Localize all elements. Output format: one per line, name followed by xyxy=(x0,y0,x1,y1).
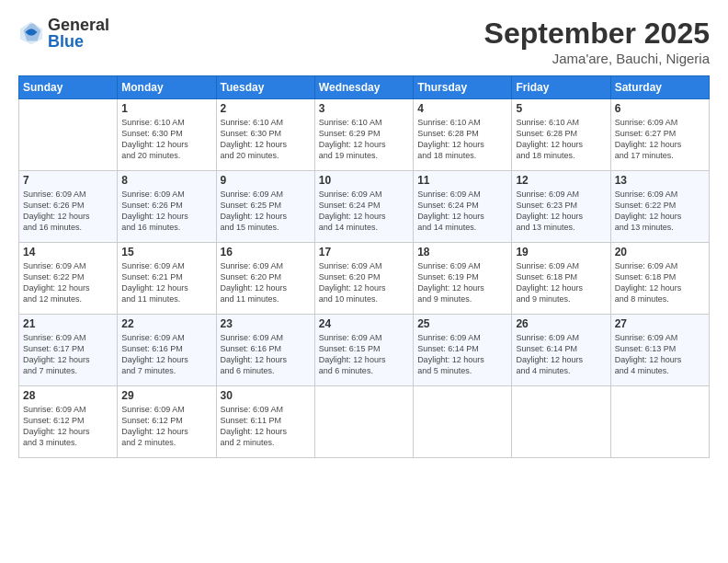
day-number: 29 xyxy=(121,389,211,402)
day-number: 18 xyxy=(417,246,507,259)
day-number: 7 xyxy=(23,174,113,187)
day-number: 14 xyxy=(23,246,113,259)
day-cell: 11Sunrise: 6:09 AM Sunset: 6:24 PM Dayli… xyxy=(414,171,512,243)
day-info: Sunrise: 6:09 AM Sunset: 6:17 PM Dayligh… xyxy=(23,332,113,377)
day-cell: 29Sunrise: 6:09 AM Sunset: 6:12 PM Dayli… xyxy=(118,386,216,458)
day-number: 15 xyxy=(121,246,211,259)
day-number: 8 xyxy=(121,174,211,187)
day-cell: 15Sunrise: 6:09 AM Sunset: 6:21 PM Dayli… xyxy=(118,243,216,315)
day-cell: 5Sunrise: 6:10 AM Sunset: 6:28 PM Daylig… xyxy=(512,99,610,171)
day-number: 2 xyxy=(221,102,311,115)
day-info: Sunrise: 6:09 AM Sunset: 6:18 PM Dayligh… xyxy=(615,260,705,305)
logo-general: General xyxy=(48,17,109,33)
col-header-tuesday: Tuesday xyxy=(216,76,314,99)
day-number: 23 xyxy=(221,317,311,330)
day-number: 13 xyxy=(615,174,705,187)
day-number: 25 xyxy=(417,317,507,330)
day-info: Sunrise: 6:09 AM Sunset: 6:21 PM Dayligh… xyxy=(121,260,211,305)
subtitle: Jama'are, Bauchi, Nigeria xyxy=(484,51,710,66)
day-cell: 10Sunrise: 6:09 AM Sunset: 6:24 PM Dayli… xyxy=(314,171,413,243)
day-cell: 4Sunrise: 6:10 AM Sunset: 6:28 PM Daylig… xyxy=(414,99,512,171)
day-info: Sunrise: 6:09 AM Sunset: 6:22 PM Dayligh… xyxy=(615,189,705,234)
logo-text: General Blue xyxy=(48,17,109,50)
day-number: 10 xyxy=(319,174,409,187)
day-cell: 23Sunrise: 6:09 AM Sunset: 6:16 PM Dayli… xyxy=(216,315,314,386)
day-info: Sunrise: 6:09 AM Sunset: 6:16 PM Dayligh… xyxy=(121,332,211,377)
day-number: 28 xyxy=(23,389,113,402)
day-cell: 3Sunrise: 6:10 AM Sunset: 6:29 PM Daylig… xyxy=(314,99,413,171)
day-info: Sunrise: 6:09 AM Sunset: 6:27 PM Dayligh… xyxy=(615,117,705,162)
day-number: 5 xyxy=(516,102,606,115)
day-number: 1 xyxy=(121,102,211,115)
day-info: Sunrise: 6:09 AM Sunset: 6:25 PM Dayligh… xyxy=(221,189,311,234)
day-cell xyxy=(512,386,610,458)
day-info: Sunrise: 6:09 AM Sunset: 6:23 PM Dayligh… xyxy=(516,189,606,234)
day-info: Sunrise: 6:09 AM Sunset: 6:12 PM Dayligh… xyxy=(121,404,211,449)
day-cell: 24Sunrise: 6:09 AM Sunset: 6:15 PM Dayli… xyxy=(314,315,413,386)
day-info: Sunrise: 6:09 AM Sunset: 6:14 PM Dayligh… xyxy=(417,332,507,377)
day-number: 4 xyxy=(417,102,507,115)
day-number: 20 xyxy=(615,246,705,259)
col-header-thursday: Thursday xyxy=(414,76,512,99)
day-number: 17 xyxy=(319,246,409,259)
day-cell xyxy=(610,386,709,458)
day-info: Sunrise: 6:10 AM Sunset: 6:30 PM Dayligh… xyxy=(121,117,211,162)
day-info: Sunrise: 6:09 AM Sunset: 6:15 PM Dayligh… xyxy=(319,332,409,377)
title-block: September 2025 Jama'are, Bauchi, Nigeria xyxy=(484,17,710,66)
day-cell: 30Sunrise: 6:09 AM Sunset: 6:11 PM Dayli… xyxy=(216,386,314,458)
day-number: 27 xyxy=(615,317,705,330)
month-title: September 2025 xyxy=(484,17,710,51)
logo-icon xyxy=(18,20,44,46)
day-info: Sunrise: 6:09 AM Sunset: 6:18 PM Dayligh… xyxy=(516,260,606,305)
day-info: Sunrise: 6:09 AM Sunset: 6:24 PM Dayligh… xyxy=(319,189,409,234)
header: General Blue September 2025 Jama'are, Ba… xyxy=(18,17,710,66)
day-cell: 22Sunrise: 6:09 AM Sunset: 6:16 PM Dayli… xyxy=(118,315,216,386)
day-cell: 6Sunrise: 6:09 AM Sunset: 6:27 PM Daylig… xyxy=(610,99,709,171)
week-row-1: 1Sunrise: 6:10 AM Sunset: 6:30 PM Daylig… xyxy=(19,99,710,171)
day-info: Sunrise: 6:09 AM Sunset: 6:14 PM Dayligh… xyxy=(516,332,606,377)
day-cell: 21Sunrise: 6:09 AM Sunset: 6:17 PM Dayli… xyxy=(19,315,118,386)
day-cell: 13Sunrise: 6:09 AM Sunset: 6:22 PM Dayli… xyxy=(610,171,709,243)
day-number: 19 xyxy=(516,246,606,259)
day-info: Sunrise: 6:10 AM Sunset: 6:28 PM Dayligh… xyxy=(417,117,507,162)
day-cell: 14Sunrise: 6:09 AM Sunset: 6:22 PM Dayli… xyxy=(19,243,118,315)
day-info: Sunrise: 6:09 AM Sunset: 6:22 PM Dayligh… xyxy=(23,260,113,305)
col-header-monday: Monday xyxy=(118,76,216,99)
week-row-4: 21Sunrise: 6:09 AM Sunset: 6:17 PM Dayli… xyxy=(19,315,710,386)
day-info: Sunrise: 6:09 AM Sunset: 6:19 PM Dayligh… xyxy=(417,260,507,305)
day-number: 9 xyxy=(221,174,311,187)
day-cell: 26Sunrise: 6:09 AM Sunset: 6:14 PM Dayli… xyxy=(512,315,610,386)
day-number: 12 xyxy=(516,174,606,187)
day-cell: 17Sunrise: 6:09 AM Sunset: 6:20 PM Dayli… xyxy=(314,243,413,315)
day-cell: 9Sunrise: 6:09 AM Sunset: 6:25 PM Daylig… xyxy=(216,171,314,243)
calendar: SundayMondayTuesdayWednesdayThursdayFrid… xyxy=(18,75,710,458)
day-number: 3 xyxy=(319,102,409,115)
week-row-3: 14Sunrise: 6:09 AM Sunset: 6:22 PM Dayli… xyxy=(19,243,710,315)
day-cell: 2Sunrise: 6:10 AM Sunset: 6:30 PM Daylig… xyxy=(216,99,314,171)
day-info: Sunrise: 6:09 AM Sunset: 6:26 PM Dayligh… xyxy=(23,189,113,234)
week-row-2: 7Sunrise: 6:09 AM Sunset: 6:26 PM Daylig… xyxy=(19,171,710,243)
day-cell: 19Sunrise: 6:09 AM Sunset: 6:18 PM Dayli… xyxy=(512,243,610,315)
day-number: 22 xyxy=(121,317,211,330)
logo: General Blue xyxy=(18,17,109,50)
day-info: Sunrise: 6:09 AM Sunset: 6:20 PM Dayligh… xyxy=(221,260,311,305)
day-info: Sunrise: 6:09 AM Sunset: 6:13 PM Dayligh… xyxy=(615,332,705,377)
day-info: Sunrise: 6:09 AM Sunset: 6:16 PM Dayligh… xyxy=(221,332,311,377)
day-cell xyxy=(414,386,512,458)
week-row-5: 28Sunrise: 6:09 AM Sunset: 6:12 PM Dayli… xyxy=(19,386,710,458)
day-cell xyxy=(19,99,118,171)
day-cell: 8Sunrise: 6:09 AM Sunset: 6:26 PM Daylig… xyxy=(118,171,216,243)
day-number: 21 xyxy=(23,317,113,330)
day-number: 11 xyxy=(417,174,507,187)
day-number: 6 xyxy=(615,102,705,115)
day-cell: 27Sunrise: 6:09 AM Sunset: 6:13 PM Dayli… xyxy=(610,315,709,386)
day-info: Sunrise: 6:10 AM Sunset: 6:29 PM Dayligh… xyxy=(319,117,409,162)
col-header-sunday: Sunday xyxy=(19,76,118,99)
day-cell: 7Sunrise: 6:09 AM Sunset: 6:26 PM Daylig… xyxy=(19,171,118,243)
day-cell: 16Sunrise: 6:09 AM Sunset: 6:20 PM Dayli… xyxy=(216,243,314,315)
col-header-saturday: Saturday xyxy=(610,76,709,99)
day-cell xyxy=(314,386,413,458)
day-cell: 18Sunrise: 6:09 AM Sunset: 6:19 PM Dayli… xyxy=(414,243,512,315)
day-info: Sunrise: 6:09 AM Sunset: 6:20 PM Dayligh… xyxy=(319,260,409,305)
page: General Blue September 2025 Jama'are, Ba… xyxy=(0,0,728,563)
